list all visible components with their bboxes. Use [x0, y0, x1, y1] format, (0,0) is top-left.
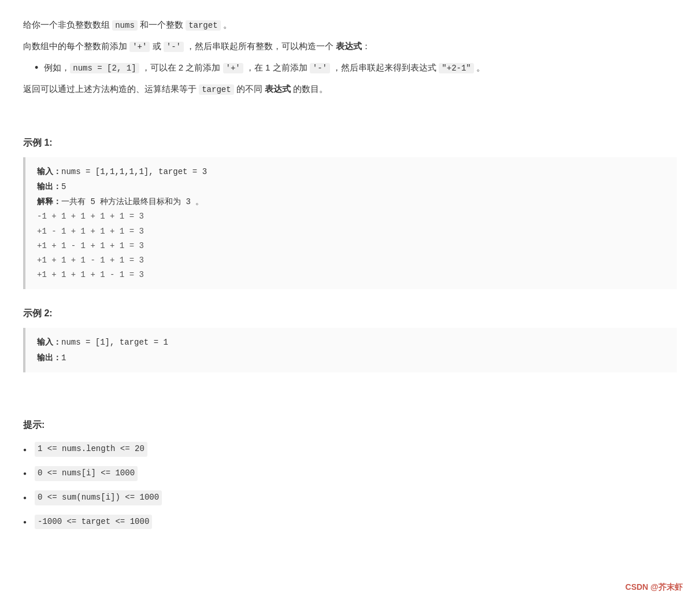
expr-5: +1 + 1 + 1 + 1 - 1 = 3 [37, 268, 665, 282]
example-2-output: 输出：1 [37, 350, 665, 365]
example-1-explain-value: 一共有 5 种方法让最终目标和为 3 。 [61, 197, 203, 206]
bullet-section: • 例如，nums = [2, 1] ，可以在 2 之前添加 '+' ，在 1 … [35, 60, 677, 76]
code-target: target [186, 20, 220, 31]
hint-code-1: 1 <= nums.length <= 20 [35, 442, 147, 457]
example-1-input: 输入：nums = [1,1,1,1,1], target = 3 [37, 164, 665, 179]
hint-code-3: 0 <= sum(nums[i]) <= 1000 [35, 490, 162, 505]
code-minus-ex: '-' [310, 63, 330, 73]
example-1-explain-label: 解释： [37, 197, 61, 206]
example-1-input-label: 输入： [37, 167, 61, 176]
intro-line-3: 返回可以通过上述方法构造的、运算结果等于 target 的不同 表达式 的数目。 [23, 82, 677, 97]
code-example-nums: nums = [2, 1] [70, 63, 139, 73]
hint-item-4: -1000 <= target <= 1000 [23, 515, 677, 530]
example-2-block: 输入：nums = [1], target = 1 输出：1 [23, 328, 677, 372]
example-1-output-value: 5 [61, 182, 66, 191]
code-plus-ex: '+' [223, 63, 243, 73]
hint-item-1: 1 <= nums.length <= 20 [23, 442, 677, 457]
code-nums: nums [112, 20, 138, 31]
hints-title: 提示: [23, 417, 677, 433]
example-2-output-value: 1 [61, 353, 66, 363]
expr-1: -1 + 1 + 1 + 1 + 1 = 3 [37, 209, 665, 224]
intro-line-1: 给你一个非负整数数组 nums 和一个整数 target 。 [23, 17, 677, 33]
bullet-dot: • [35, 60, 38, 76]
intro-line-2: 向数组中的每个整数前添加 '+' 或 '-' ，然后串联起所有整数，可以构造一个… [23, 39, 677, 54]
code-result-ex: "+2-1" [439, 63, 473, 73]
example-1-output: 输出：5 [37, 179, 665, 194]
hints-list: 1 <= nums.length <= 20 0 <= nums[i] <= 1… [23, 442, 677, 529]
example-2-input-value: nums = [1], target = 1 [61, 338, 168, 347]
hint-code-2: 0 <= nums[i] <= 1000 [35, 466, 138, 481]
code-target-2: target [199, 84, 234, 95]
example-1-output-label: 输出： [37, 182, 61, 191]
expr-3: +1 + 1 - 1 + 1 + 1 = 3 [37, 239, 665, 253]
expr-4: +1 + 1 + 1 - 1 + 1 = 3 [37, 253, 665, 268]
hints-section: 提示: 1 <= nums.length <= 20 0 <= nums[i] … [23, 417, 677, 529]
example-2-output-label: 输出： [37, 353, 61, 362]
hint-code-4: -1000 <= target <= 1000 [35, 515, 152, 530]
bold-expression-2: 表达式 [265, 84, 291, 94]
bullet-item-1: • 例如，nums = [2, 1] ，可以在 2 之前添加 '+' ，在 1 … [35, 60, 677, 76]
example-2-input-label: 输入： [37, 337, 61, 346]
example-2-input: 输入：nums = [1], target = 1 [37, 335, 665, 350]
example-2-title: 示例 2: [23, 305, 677, 321]
code-minus: '-' [164, 42, 184, 52]
watermark: CSDN @芥末虾 [625, 581, 683, 594]
example-1-block: 输入：nums = [1,1,1,1,1], target = 3 输出：5 解… [23, 157, 677, 290]
example-1-explain: 解释：一共有 5 种方法让最终目标和为 3 。 [37, 194, 665, 209]
expr-2: +1 - 1 + 1 + 1 + 1 = 3 [37, 224, 665, 239]
bullet-text: 例如，nums = [2, 1] ，可以在 2 之前添加 '+' ，在 1 之前… [44, 60, 485, 76]
code-plus: '+' [129, 42, 150, 52]
bold-expression-1: 表达式 [336, 41, 362, 51]
example-1-input-value: nums = [1,1,1,1,1], target = 3 [61, 167, 207, 176]
hint-item-2: 0 <= nums[i] <= 1000 [23, 466, 677, 481]
hint-item-3: 0 <= sum(nums[i]) <= 1000 [23, 490, 677, 505]
example-1-title: 示例 1: [23, 135, 677, 150]
